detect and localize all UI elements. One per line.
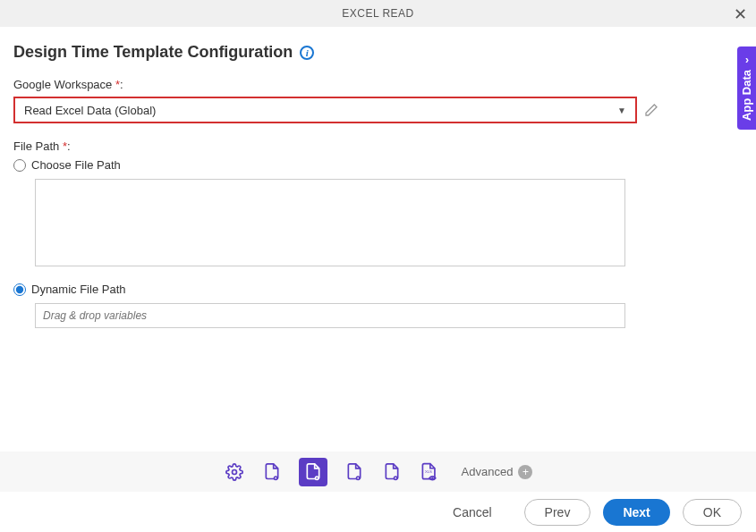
info-icon[interactable]: i xyxy=(300,46,314,60)
footer: Cancel Prev Next OK xyxy=(0,492,756,532)
app-data-tab[interactable]: ‹ App Data xyxy=(737,46,756,130)
chevron-left-icon: ‹ xyxy=(745,55,749,67)
dynamic-filepath-input[interactable] xyxy=(35,303,625,328)
dynamic-filepath-radio-row: Dynamic File Path xyxy=(13,283,743,296)
cancel-button[interactable]: Cancel xyxy=(433,499,512,526)
toolbar: XLS Advanced + xyxy=(0,452,756,492)
plus-icon: + xyxy=(518,465,532,479)
workspace-select-value: Read Excel Data (Global) xyxy=(24,104,156,117)
prev-button[interactable]: Prev xyxy=(524,499,591,526)
svg-point-2 xyxy=(275,477,276,478)
choose-filepath-label[interactable]: Choose File Path xyxy=(31,158,121,172)
svg-point-8 xyxy=(395,477,396,478)
svg-point-10 xyxy=(431,477,433,478)
svg-text:XLS: XLS xyxy=(425,469,432,473)
close-icon[interactable]: ✕ xyxy=(734,4,747,24)
content-area: Design Time Template Configuration i Goo… xyxy=(0,27,756,328)
advanced-label: Advanced xyxy=(462,465,514,478)
advanced-toggle[interactable]: Advanced + xyxy=(462,465,533,479)
edit-icon[interactable] xyxy=(644,103,658,117)
svg-point-4 xyxy=(316,477,318,478)
section-title: Design Time Template Configuration i xyxy=(13,43,743,62)
chevron-down-icon: ▼ xyxy=(617,106,626,115)
file-config-icon[interactable] xyxy=(261,461,283,483)
dialog-title: EXCEL READ xyxy=(342,7,414,20)
dynamic-filepath-label[interactable]: Dynamic File Path xyxy=(31,283,125,296)
dynamic-filepath-radio[interactable] xyxy=(13,283,26,296)
filepath-label: File Path *: xyxy=(13,139,743,153)
workspace-select[interactable]: Read Excel Data (Global) ▼ xyxy=(13,97,637,123)
file-gear-icon[interactable] xyxy=(344,461,365,483)
svg-point-6 xyxy=(357,477,359,478)
workspace-select-row: Read Excel Data (Global) ▼ xyxy=(13,97,743,123)
file-output-icon[interactable] xyxy=(381,461,403,483)
next-button[interactable]: Next xyxy=(603,499,669,526)
file-preview-icon[interactable]: XLS xyxy=(419,461,440,483)
svg-point-0 xyxy=(232,469,236,474)
choose-filepath-radio-row: Choose File Path xyxy=(13,158,743,172)
section-title-text: Design Time Template Configuration xyxy=(13,43,293,62)
ok-button[interactable]: OK xyxy=(683,499,742,526)
gear-icon[interactable] xyxy=(224,461,245,483)
choose-filepath-box[interactable] xyxy=(35,179,625,266)
choose-filepath-radio[interactable] xyxy=(13,159,26,172)
dialog-header: EXCEL READ ✕ xyxy=(0,0,756,27)
file-settings-icon[interactable] xyxy=(299,458,327,486)
workspace-label: Google Workspace *: xyxy=(13,78,743,91)
app-data-label: App Data xyxy=(740,70,753,121)
